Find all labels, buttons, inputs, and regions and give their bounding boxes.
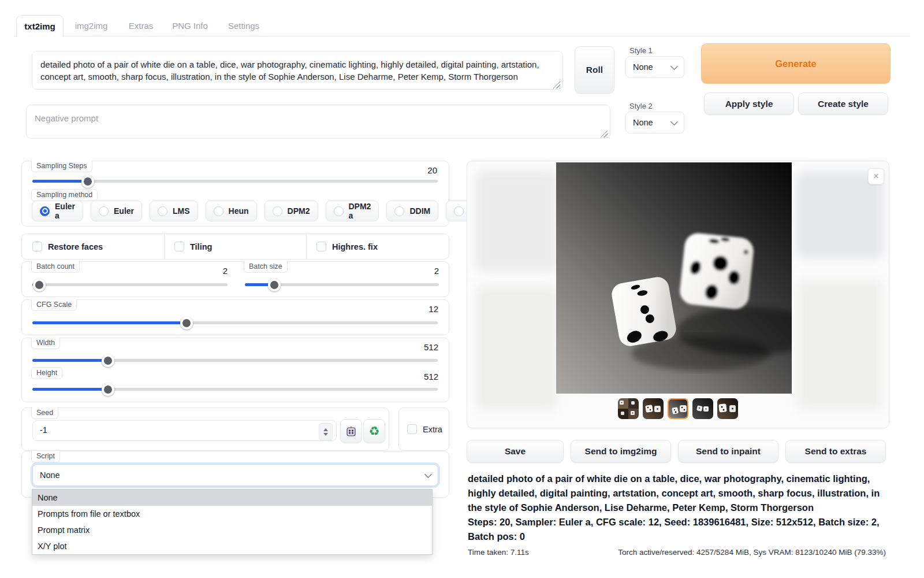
tab-img2img[interactable]: img2img — [68, 15, 114, 36]
slider-thumb[interactable] — [33, 279, 46, 291]
slider-thumb[interactable] — [268, 279, 281, 291]
sampler-label: Euler — [114, 206, 134, 216]
script-option-prompt-matrix[interactable]: Prompt matrix — [32, 522, 432, 538]
output-prompt-text: detailed photo of a pair of white die on… — [468, 472, 886, 515]
prompt-input[interactable]: detailed photo of a pair of white die on… — [32, 51, 563, 90]
seed-value: -1 — [40, 425, 47, 435]
seed-panel: Seed -1 ♻ — [21, 407, 389, 451]
toggles-panel: Restore faces Tiling Highres. fix — [21, 234, 449, 260]
sampler-lms[interactable]: LMS — [150, 201, 198, 221]
gallery-thumbnail[interactable] — [643, 398, 664, 419]
blurred-gallery-background — [796, 280, 883, 410]
slider-thumb[interactable] — [81, 175, 94, 188]
chevron-down-icon — [670, 62, 678, 70]
close-image-button[interactable]: × — [868, 168, 884, 184]
reuse-seed-button[interactable]: ♻ — [363, 419, 385, 443]
send-to-inpaint-button[interactable]: Send to inpaint — [678, 440, 778, 463]
sampler-dpm2[interactable]: DPM2 — [264, 201, 318, 221]
send-to-img2img-label: Send to img2img — [585, 446, 657, 457]
spinner-up-icon[interactable] — [323, 428, 328, 431]
sampling-method-label: Sampling method — [31, 189, 98, 201]
roll-label: Roll — [586, 65, 603, 75]
width-label: Width — [31, 338, 60, 349]
tab-label: txt2img — [24, 21, 55, 31]
style1-select[interactable]: None — [625, 56, 684, 78]
sampler-heun[interactable]: Heun — [206, 201, 257, 221]
script-dropdown: None Prompts from file or textbox Prompt… — [32, 489, 433, 555]
seed-spinner[interactable] — [319, 423, 333, 440]
style1-value: None — [633, 62, 653, 72]
tab-settings[interactable]: Settings — [223, 15, 264, 36]
dice-icon — [345, 425, 357, 437]
height-slider[interactable] — [32, 388, 438, 391]
send-to-extras-button[interactable]: Send to extras — [785, 440, 886, 463]
sampler-euler[interactable]: Euler — [91, 201, 142, 221]
roll-button[interactable]: Roll — [575, 46, 614, 94]
negative-prompt-input[interactable] — [26, 105, 610, 139]
generate-button[interactable]: Generate — [701, 43, 891, 84]
gallery-thumbnail[interactable] — [717, 398, 738, 419]
gallery-thumbnail[interactable] — [618, 398, 639, 419]
cell-divider — [306, 234, 307, 259]
sampler-label: Heun — [229, 206, 249, 216]
tab-label: img2img — [75, 21, 108, 31]
tab-label: Extras — [129, 21, 154, 31]
create-style-label: Create style — [818, 99, 869, 109]
cfg-slider[interactable] — [32, 321, 438, 324]
generate-label: Generate — [775, 58, 817, 69]
gallery-thumbnail-selected[interactable] — [668, 398, 688, 419]
radio-icon — [99, 206, 109, 216]
size-panel: Width 512 Height 512 — [21, 338, 449, 402]
tiling-checkbox[interactable] — [174, 242, 184, 251]
tiling-label: Tiling — [190, 242, 212, 251]
output-params-line: Steps: 20, Sampler: Euler a, CFG scale: … — [468, 515, 886, 544]
style1-label: Style 1 — [629, 46, 653, 55]
highres-fix-label: Highres. fix — [332, 242, 378, 251]
highres-fix-checkbox[interactable] — [316, 242, 326, 251]
extra-seed-checkbox[interactable] — [407, 424, 417, 434]
seed-input[interactable]: -1 — [32, 420, 337, 441]
save-button[interactable]: Save — [467, 440, 564, 463]
style2-select[interactable]: None — [625, 112, 684, 134]
sampling-steps-slider[interactable] — [32, 180, 438, 183]
tab-png-info[interactable]: PNG Info — [167, 15, 213, 36]
create-style-button[interactable]: Create style — [798, 92, 888, 115]
extra-seed-label: Extra — [423, 425, 442, 434]
radio-icon — [273, 206, 282, 216]
tab-extras[interactable]: Extras — [122, 15, 159, 36]
sampler-dpm2-a[interactable]: DPM2 a — [326, 201, 379, 221]
script-option-xy-plot[interactable]: X/Y plot — [32, 538, 432, 554]
script-select[interactable]: None — [32, 464, 438, 486]
gallery-thumbnail[interactable] — [692, 398, 713, 419]
spinner-down-icon[interactable] — [323, 433, 328, 436]
restore-faces-checkbox[interactable] — [32, 242, 42, 251]
extra-seed-panel: Extra — [398, 407, 449, 451]
radio-icon — [454, 206, 464, 216]
tab-label: Settings — [228, 21, 259, 31]
random-seed-button[interactable] — [340, 419, 362, 443]
slider-thumb[interactable] — [180, 317, 193, 329]
slider-thumb[interactable] — [102, 354, 114, 367]
width-slider[interactable] — [32, 359, 438, 362]
time-taken-text: Time taken: 7.11s — [468, 548, 529, 557]
batch-size-value: 2 — [245, 266, 439, 276]
sampler-euler-a[interactable]: Euler a — [32, 201, 83, 221]
send-to-inpaint-label: Send to inpaint — [696, 446, 761, 457]
sampler-label: DPM2 — [288, 206, 310, 216]
batch-size-slider[interactable] — [245, 283, 439, 286]
batch-count-slider[interactable] — [32, 283, 228, 286]
sampler-ddim[interactable]: DDIM — [386, 201, 438, 221]
chevron-down-icon — [424, 470, 432, 478]
style2-value: None — [633, 118, 653, 127]
tab-txt2img[interactable]: txt2img — [16, 15, 64, 38]
slider-thumb[interactable] — [102, 383, 114, 396]
apply-style-button[interactable]: Apply style — [704, 92, 794, 115]
send-to-img2img-button[interactable]: Send to img2img — [571, 440, 671, 463]
save-label: Save — [505, 446, 526, 457]
batch-count-value: 2 — [32, 266, 228, 276]
generated-image[interactable] — [556, 162, 792, 394]
cfg-label: CFG Scale — [31, 299, 77, 311]
script-option-prompts-from-file[interactable]: Prompts from file or textbox — [32, 506, 432, 522]
script-option-none[interactable]: None — [32, 490, 432, 506]
restore-faces-label: Restore faces — [48, 242, 103, 251]
